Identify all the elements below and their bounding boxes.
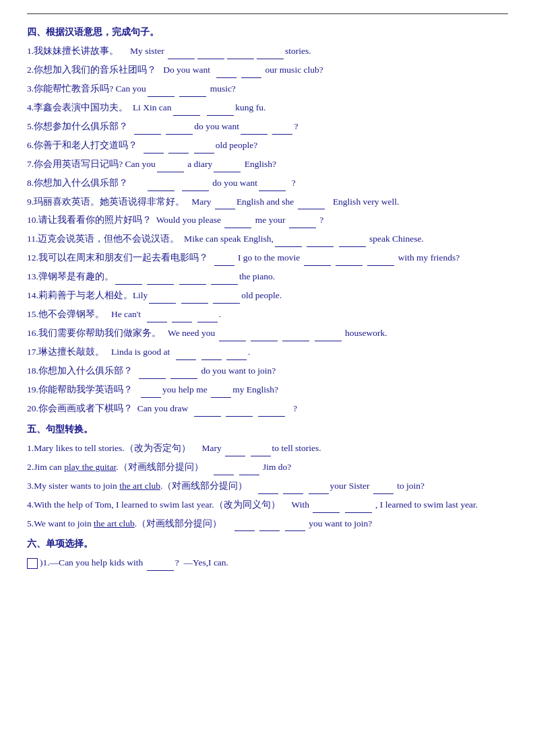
blank-14-1: [149, 293, 176, 304]
blank-15-2: [172, 312, 192, 322]
blank-16-3: [282, 331, 309, 341]
question-15: 15.他不会弹钢琴。 He can't .: [27, 307, 508, 322]
blank-s3-1: [258, 483, 278, 494]
blank-8-1: [148, 180, 175, 191]
blank-18-1: [139, 368, 166, 379]
section5-q5: 5.We want to join the art club.（对画线部分提问）…: [27, 516, 508, 532]
blank-3-2: [179, 86, 206, 97]
question-12: 12.我可以在周末和朋友们一起去看电影吗？ I go to the movie …: [27, 250, 508, 266]
answer-paren-1: [27, 558, 38, 569]
blank-10-2: [289, 217, 316, 228]
question-20: 20.你会画画或者下棋吗？ Can you draw ?: [27, 401, 508, 417]
top-divider: [27, 13, 508, 14]
question-9: 9.玛丽喜欢英语。她英语说得非常好。 Mary English and she …: [27, 195, 508, 210]
section4-title: 四、根据汉语意思，完成句子。: [27, 26, 508, 38]
question-7: 7.你会用英语写日记吗? Can you a diary English?: [27, 157, 508, 172]
blank-12-3: [336, 255, 363, 266]
blank-13-3: [179, 274, 206, 285]
blank-13-4: [211, 274, 238, 285]
blank-10-1: [224, 217, 251, 228]
blank-16-2: [251, 331, 278, 341]
blank-2-2: [241, 67, 261, 78]
section5-title: 五、句型转换。: [27, 423, 508, 436]
blank-1-4: [257, 48, 284, 59]
question-4: 4.李鑫会表演中国功夫。 Li Xin can kung fu.: [27, 100, 508, 116]
section5-q1: 1.Mary likes to tell stories.（改为否定句） Mar…: [27, 441, 508, 456]
blank-9-2: [298, 199, 325, 209]
blank-14-2: [181, 293, 208, 304]
section5-q2: 2.Jim can play the guitar.（对画线部分提问） Jim …: [27, 460, 508, 475]
blank-s3-2: [283, 483, 303, 494]
blank-1-1: [168, 48, 195, 59]
blank-3-1: [148, 86, 175, 97]
blank-12-2: [304, 255, 331, 266]
blank-15-3: [197, 312, 218, 322]
blank-8-3: [259, 180, 286, 191]
blank-4-1: [173, 105, 200, 116]
blank-6-2: [168, 143, 189, 153]
blank-11-2: [307, 236, 334, 247]
blank-20-3: [258, 406, 285, 417]
question-19: 19.你能帮助我学英语吗？ you help me my English?: [27, 382, 508, 398]
blank-18-2: [170, 368, 197, 379]
blank-5-2: [166, 124, 193, 135]
blank-6-3: [194, 143, 214, 153]
blank-5-4: [272, 124, 292, 135]
section5-q4: 4.With the help of Tom, I learned to swi…: [27, 497, 508, 513]
question-10: 10.请让我看看你的照片好吗？ Would you please me your…: [27, 213, 508, 228]
blank-13-2: [147, 274, 174, 285]
question-8: 8.你想加入什么俱乐部？ do you want ?: [27, 176, 508, 191]
blank-12-4: [367, 255, 394, 266]
blank-16-1: [219, 331, 246, 341]
section5-q3: 3.My sister wants to join the art club.（…: [27, 479, 508, 494]
question-13: 13.弹钢琴是有趣的。 the piano.: [27, 269, 508, 285]
blank-s5-2: [259, 520, 280, 531]
question-16: 16.我们需要你帮助我们做家务。 We need you housework.: [27, 326, 508, 341]
blank-5-1: [134, 124, 161, 135]
underline-art-club: the art club: [119, 481, 160, 491]
blank-13-1: [115, 274, 142, 285]
section6-title: 六、单项选择。: [27, 538, 508, 550]
blank-11-3: [339, 236, 366, 247]
blank-s3-3: [309, 483, 329, 494]
blank-1-3: [227, 48, 254, 59]
blank-5-3: [241, 124, 268, 135]
question-11: 11.迈克会说英语，但他不会说汉语。 Mike can speak Englis…: [27, 232, 508, 247]
question-17: 17.琳达擅长敲鼓。 Linda is good at .: [27, 345, 508, 360]
blank-s5-3: [285, 520, 305, 531]
underline-guitar: play the guitar: [64, 462, 116, 472]
blank-1-2: [197, 48, 224, 59]
underline-art-club2: the art club: [94, 518, 135, 528]
blank-9-1: [215, 199, 235, 209]
blank-s5-1: [234, 520, 255, 531]
blank-8-2: [182, 180, 209, 191]
blank-7-2: [214, 162, 241, 172]
blank-19-1: [141, 387, 161, 398]
blank-17-1: [176, 349, 196, 360]
section6-q1: )1.—Can you help kids with ? —Yes,I can.: [27, 555, 508, 571]
blank-15-1: [147, 312, 167, 322]
blank-17-3: [226, 349, 247, 360]
question-18: 18.你想加入什么俱乐部？ do you want to join?: [27, 364, 508, 379]
blank-6-1: [144, 143, 164, 153]
blank-s1-1: [225, 446, 245, 456]
blank-19-2: [211, 387, 231, 398]
question-14: 14.莉莉善于与老人相处。Lily old people.: [27, 288, 508, 304]
blank-7-1: [157, 162, 184, 172]
blank-20-1: [194, 406, 221, 417]
blank-17-2: [201, 349, 222, 360]
question-2: 2.你想加入我们的音乐社团吗？ Do you want our music cl…: [27, 63, 508, 78]
question-1: 1.我妹妹擅长讲故事。 My sister stories.: [27, 44, 508, 59]
question-5: 5.你想参加什么俱乐部？ do you want ?: [27, 119, 508, 135]
blank-s2-2: [239, 465, 259, 475]
blank-s2-1: [214, 465, 234, 475]
blank-m1-1: [147, 560, 174, 571]
blank-11-1: [275, 236, 302, 247]
blank-16-4: [315, 331, 342, 341]
blank-s4-2: [345, 502, 372, 513]
question-6: 6.你善于和老人打交道吗？ old people?: [27, 138, 508, 153]
blank-4-2: [207, 105, 234, 116]
blank-20-2: [226, 406, 253, 417]
blank-14-3: [213, 293, 240, 304]
blank-12-1: [214, 255, 234, 266]
